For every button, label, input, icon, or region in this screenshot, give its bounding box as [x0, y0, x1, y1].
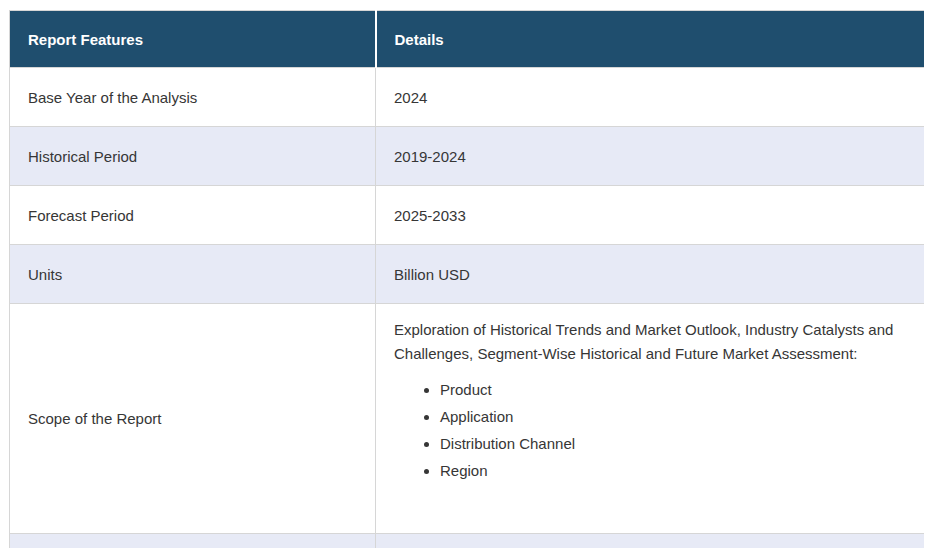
table-header-row: Report Features Details	[10, 11, 925, 68]
scope-bullet-item: Product	[440, 376, 906, 403]
feature-cell: Forecast Period	[10, 186, 376, 245]
feature-cell: Base Year of the Analysis	[10, 68, 376, 127]
scope-bullet-item: Region	[440, 457, 906, 484]
table-row: Base Year of the Analysis 2024	[10, 68, 925, 127]
report-features-table: Report Features Details Base Year of the…	[9, 10, 924, 548]
table-row-partial	[10, 534, 925, 548]
report-features-table-container: Report Features Details Base Year of the…	[9, 10, 924, 548]
header-report-features: Report Features	[10, 11, 376, 68]
header-details: Details	[376, 11, 925, 68]
scope-bullet-list: Product Application Distribution Channel…	[394, 376, 906, 484]
scope-bullet-item: Distribution Channel	[440, 430, 906, 457]
detail-cell: Billion USD	[376, 245, 925, 304]
detail-cell: 2019-2024	[376, 127, 925, 186]
table-row-scope: Scope of the Report Exploration of Histo…	[10, 304, 925, 534]
scope-bullet-item: Application	[440, 403, 906, 430]
feature-cell: Scope of the Report	[10, 304, 376, 534]
table-row: Historical Period 2019-2024	[10, 127, 925, 186]
scope-intro-text: Exploration of Historical Trends and Mar…	[394, 318, 906, 366]
feature-cell	[10, 534, 376, 548]
detail-cell: 2024	[376, 68, 925, 127]
feature-cell: Historical Period	[10, 127, 376, 186]
table-row: Units Billion USD	[10, 245, 925, 304]
feature-cell: Units	[10, 245, 376, 304]
detail-cell	[376, 534, 925, 548]
table-row: Forecast Period 2025-2033	[10, 186, 925, 245]
detail-cell: 2025-2033	[376, 186, 925, 245]
detail-cell: Exploration of Historical Trends and Mar…	[376, 304, 925, 534]
